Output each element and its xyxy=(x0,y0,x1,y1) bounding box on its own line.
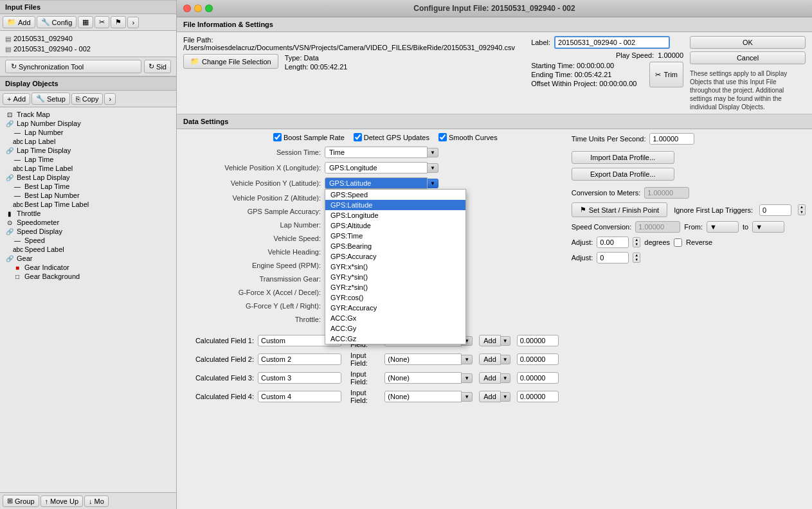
move-up-button[interactable]: ↑ Move Up xyxy=(41,496,84,507)
tree-item-speedometer[interactable]: ⊙ Speedometer xyxy=(0,218,176,227)
dropdown-item-gpsbearing[interactable]: GPS:Bearing xyxy=(325,241,465,251)
calc-field-2-amount[interactable] xyxy=(517,353,559,365)
adjust-1-up[interactable]: ▲ xyxy=(633,238,640,242)
tree-item-laptime[interactable]: — Lap Time xyxy=(0,155,176,164)
spinner-up-icon[interactable]: ▲ xyxy=(798,205,805,210)
smooth-curves-checkbox[interactable] xyxy=(438,133,447,141)
calc-field-4-none-select[interactable]: (None) ▼ xyxy=(384,391,473,402)
detect-gps-updates-checkbox[interactable] xyxy=(354,133,362,141)
file-item-2[interactable]: ▤ 20150531_092940 - 002 xyxy=(0,44,176,54)
calc-field-4-add-btn[interactable]: Add xyxy=(479,391,501,402)
dropdown-item-gpsaccuracy[interactable]: GPS:Accuracy xyxy=(325,251,465,262)
detect-gps-updates-label[interactable]: Detect GPS Updates xyxy=(354,133,429,141)
calc-field-2-input[interactable] xyxy=(258,353,341,365)
ignore-first-lap-spinner[interactable]: ▲ ▼ xyxy=(798,204,806,215)
minimize-button[interactable] xyxy=(194,4,202,12)
tree-item-laplabel[interactable]: abc Lap Label xyxy=(0,137,176,146)
trim-button[interactable]: ✂ Trim xyxy=(649,62,683,87)
reverse-checkbox[interactable] xyxy=(674,238,682,247)
session-time-select[interactable]: Time ▼ xyxy=(325,147,438,158)
dropdown-item-gpstime[interactable]: GPS:Time xyxy=(325,231,465,241)
flag-button[interactable]: ⚑ xyxy=(111,16,126,28)
move-down-button[interactable]: ↓ Mo xyxy=(84,496,109,507)
ok-button[interactable]: OK xyxy=(690,36,806,49)
tree-item-laptimelabel[interactable]: abc Lap Time Label xyxy=(0,164,176,173)
vpos-y-select[interactable]: GPS:Latitude ▼ xyxy=(325,177,438,189)
calc-field-3-amount[interactable] xyxy=(517,372,559,384)
tree-item-bestlap-display[interactable]: 🔗 Best Lap Display xyxy=(0,173,176,182)
label-input[interactable] xyxy=(554,36,670,49)
cut-button[interactable]: ✂ xyxy=(95,16,109,28)
calc-field-3-none-arrow[interactable]: ▼ xyxy=(462,373,473,383)
dropdown-item-gyrcos[interactable]: GYR:cos() xyxy=(325,292,465,303)
tree-item-bestlaptimelabel[interactable]: abc Best Lap Time Label xyxy=(0,200,176,209)
tree-item-gear[interactable]: 🔗 Gear xyxy=(0,254,176,263)
dropdown-item-accgz[interactable]: ACC:Gz xyxy=(325,334,465,344)
calc-field-1-add-select[interactable]: Add ▼ xyxy=(479,335,510,346)
dropdown-item-gpsspeed[interactable]: GPS:Speed xyxy=(325,190,465,200)
tree-item-gear-indicator[interactable]: ■ Gear Indicator xyxy=(0,263,176,272)
group-button[interactable]: ⊞ Group xyxy=(3,495,39,507)
from-select[interactable]: ▼ xyxy=(707,221,739,233)
dropdown-item-gpsaltitude[interactable]: GPS:Altitude xyxy=(325,220,465,231)
calc-field-4-amount[interactable] xyxy=(517,391,559,402)
smooth-curves-label[interactable]: Smooth Curves xyxy=(438,133,498,141)
copy-display-object-button[interactable]: ⎘ Copy xyxy=(71,93,104,105)
tree-item-bestlaptime[interactable]: — Best Lap Time xyxy=(0,182,176,191)
calc-field-4-add-arrow[interactable]: ▼ xyxy=(501,392,510,402)
dropdown-item-accgx[interactable]: ACC:Gx xyxy=(325,313,465,323)
cancel-button[interactable]: Cancel xyxy=(690,51,806,64)
set-start-finish-button[interactable]: ⚑ Set Start / Finish Point xyxy=(572,202,667,217)
dropdown-item-gpslongitude[interactable]: GPS:Longitude xyxy=(325,210,465,220)
grid-button[interactable]: ▦ xyxy=(78,16,93,28)
to-select[interactable]: ▼ xyxy=(752,221,784,233)
calc-field-2-add-btn[interactable]: Add xyxy=(479,353,501,365)
session-time-arrow[interactable]: ▼ xyxy=(428,148,438,157)
adjust-1-input[interactable] xyxy=(597,237,629,248)
adjust-2-spinner[interactable]: ▲ ▼ xyxy=(633,253,640,263)
calc-field-4-add-select[interactable]: Add ▼ xyxy=(479,391,510,402)
tree-item-trackmap[interactable]: ⊡ Track Map xyxy=(0,110,176,119)
calc-field-1-amount[interactable] xyxy=(517,335,559,346)
dropdown-item-accgy[interactable]: ACC:Gy xyxy=(325,323,465,334)
tree-item-gear-background[interactable]: □ Gear Background xyxy=(0,272,176,281)
time-units-input[interactable] xyxy=(649,133,694,145)
calc-field-2-none-select[interactable]: (None) ▼ xyxy=(384,353,473,365)
adjust-1-spinner[interactable]: ▲ ▼ xyxy=(633,237,640,247)
sid-button[interactable]: ↻ Sid xyxy=(144,60,171,73)
tree-item-speedlabel[interactable]: abc Speed Label xyxy=(0,245,176,254)
calc-field-3-input[interactable] xyxy=(258,372,341,384)
add-input-file-button[interactable]: 📁 Add xyxy=(3,16,35,28)
tree-item-throttle[interactable]: ▮ Throttle xyxy=(0,209,176,218)
spinner-down-icon[interactable]: ▼ xyxy=(798,210,805,215)
dropdown-item-gyrxsin[interactable]: GYR:x*sin() xyxy=(325,262,465,272)
calc-field-2-add-arrow[interactable]: ▼ xyxy=(501,355,510,364)
tree-item-laptime-display[interactable]: 🔗 Lap Time Display xyxy=(0,146,176,155)
change-file-button[interactable]: 📁 Change File Selection xyxy=(183,54,278,69)
add-display-object-button[interactable]: + Add xyxy=(3,93,30,105)
vpos-y-arrow[interactable]: ▼ xyxy=(428,179,438,188)
overflow-button[interactable]: › xyxy=(127,17,139,28)
calc-field-4-input[interactable] xyxy=(258,391,341,402)
vpos-x-arrow[interactable]: ▼ xyxy=(428,163,438,173)
export-data-profile-button[interactable]: Export Data Profile... xyxy=(572,168,674,181)
tree-item-speed-display[interactable]: 🔗 Speed Display xyxy=(0,227,176,236)
adjust-2-input[interactable] xyxy=(597,252,629,263)
dropdown-item-gyrysin[interactable]: GYR:y*sin() xyxy=(325,272,465,282)
dropdown-item-gpslatitude[interactable]: GPS:Latitude xyxy=(325,200,465,210)
calc-field-3-none-select[interactable]: (None) ▼ xyxy=(384,372,473,384)
calc-field-3-add-btn[interactable]: Add xyxy=(479,372,501,384)
calc-field-3-add-arrow[interactable]: ▼ xyxy=(501,373,510,383)
close-button[interactable] xyxy=(183,4,191,12)
import-data-profile-button[interactable]: Import Data Profile... xyxy=(572,151,674,164)
tree-item-lapnumber-display[interactable]: 🔗 Lap Number Display xyxy=(0,119,176,128)
maximize-button[interactable] xyxy=(205,4,213,12)
calc-field-1-add-arrow[interactable]: ▼ xyxy=(501,336,510,346)
vpos-x-select[interactable]: GPS:Longitude ▼ xyxy=(325,162,438,174)
ignore-first-lap-input[interactable] xyxy=(759,204,791,216)
calc-field-4-none-arrow[interactable]: ▼ xyxy=(462,392,473,402)
tree-item-bestlapnumber[interactable]: — Best Lap Number xyxy=(0,191,176,200)
config-button[interactable]: 🔧 Config xyxy=(37,16,77,28)
file-item-1[interactable]: ▤ 20150531_092940 xyxy=(0,33,176,44)
tree-item-lapnumber[interactable]: — Lap Number xyxy=(0,128,176,137)
